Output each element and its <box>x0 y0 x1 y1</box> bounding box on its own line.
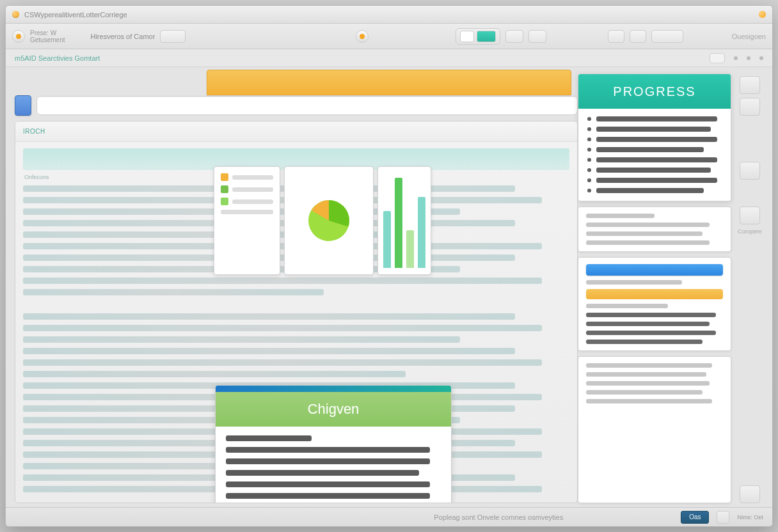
status-bar: Popleag sont Onvele comnes osmveyties Oa… <box>6 507 772 526</box>
legend-card[interactable] <box>214 166 280 275</box>
text-line <box>586 322 710 326</box>
rail-button[interactable] <box>740 76 760 94</box>
subheader-dot-icon <box>759 56 763 60</box>
dashboard-cards <box>214 166 431 275</box>
legend-label <box>221 210 273 214</box>
rail-button[interactable] <box>740 485 760 503</box>
subheader-chip[interactable] <box>710 53 725 63</box>
side-list-panel[interactable] <box>578 207 731 252</box>
chigven-accent-strip <box>216 386 451 392</box>
subheader-label: m5AID Searctivies Gomtart <box>15 54 100 62</box>
text-line <box>586 280 682 285</box>
toolbar-far-label: Ouesigoen <box>732 33 766 40</box>
rail-button[interactable] <box>740 98 760 116</box>
search-row <box>15 95 578 116</box>
toolbar-button[interactable] <box>651 30 683 43</box>
text-line <box>586 240 710 245</box>
text-line <box>586 231 703 236</box>
progress-item <box>596 127 711 132</box>
text-line <box>23 278 542 284</box>
progress-panel[interactable]: PROGRESS <box>578 74 731 201</box>
chigven-panel[interactable]: Chigven <box>215 385 452 503</box>
accent-tab[interactable] <box>207 70 571 95</box>
app-window: CSWyperealitiventLotterCorriege Prese: W… <box>5 5 773 527</box>
toolbar-info-line2: Getusement <box>30 36 65 43</box>
text-line <box>586 372 706 377</box>
bar <box>395 178 402 268</box>
progress-item <box>596 188 704 193</box>
toolbar-button[interactable] <box>630 30 646 43</box>
text-line <box>23 371 406 377</box>
progress-item <box>596 147 704 152</box>
toolbar: Prese: W Getusement Hiresveros of Camor … <box>6 24 772 49</box>
toolbar-button[interactable] <box>528 30 546 43</box>
text-line <box>226 435 312 441</box>
body: IROCH Onfecons <box>6 67 772 507</box>
chigven-body <box>216 426 451 503</box>
side-notes-panel[interactable] <box>578 356 731 503</box>
bar <box>383 211 391 268</box>
text-line <box>23 336 460 343</box>
footer-primary-button[interactable]: Oas <box>681 511 709 524</box>
category-tag-icon[interactable] <box>15 95 31 116</box>
pie-chart-card[interactable] <box>284 166 374 275</box>
progress-title: PROGRESS <box>578 74 731 109</box>
bar-chart-card[interactable] <box>377 166 431 275</box>
text-line <box>586 399 712 403</box>
legend-swatch-icon <box>221 173 228 181</box>
text-line <box>586 223 710 227</box>
progress-item <box>596 137 717 142</box>
text-line <box>586 214 655 218</box>
toolbar-chip[interactable] <box>160 30 186 43</box>
legend-item <box>221 185 273 193</box>
legend-label <box>232 199 273 204</box>
progress-body <box>578 109 731 201</box>
search-input[interactable] <box>36 96 578 115</box>
view-button-1[interactable] <box>460 31 474 42</box>
text-line <box>586 390 703 395</box>
toolbar-section-label: Hiresveros of Camor <box>90 33 155 40</box>
toolbar-view-cluster <box>456 28 500 45</box>
legend-item <box>221 198 273 205</box>
progress-item <box>596 157 717 162</box>
content-body: Onfecons <box>15 142 577 503</box>
footer-icon-button[interactable] <box>717 511 729 524</box>
main-column: IROCH Onfecons <box>15 74 578 503</box>
text-line <box>226 458 430 464</box>
text-line <box>226 481 430 487</box>
footer-hint: Nime: Oet <box>737 514 763 520</box>
text-line <box>226 447 430 453</box>
toolbar-button[interactable] <box>505 30 523 43</box>
text-line <box>23 313 515 320</box>
highlight-bar-amber[interactable] <box>586 289 723 299</box>
rail-button[interactable] <box>740 207 760 224</box>
notification-dot-icon[interactable] <box>759 11 766 18</box>
titlebar: CSWyperealitiventLotterCorriege <box>6 6 772 24</box>
toolbar-info: Prese: W Getusement <box>30 29 65 43</box>
text-line <box>586 340 703 344</box>
progress-item <box>596 178 717 183</box>
status-text: Popleag sont Onvele comnes osmveyties <box>434 513 563 521</box>
bar <box>406 230 414 268</box>
content-header-label: IROCH <box>23 128 45 135</box>
text-line <box>586 313 716 317</box>
rail-label: Coropere <box>738 228 762 235</box>
bar <box>418 197 425 268</box>
side-highlight-panel[interactable] <box>578 257 731 351</box>
text-line <box>226 470 419 476</box>
view-button-active[interactable] <box>477 31 496 42</box>
window-title: CSWyperealitiventLotterCorriege <box>24 11 759 19</box>
rail-button[interactable] <box>740 162 760 180</box>
legend-item <box>221 210 273 214</box>
window-control-icon[interactable] <box>12 11 19 18</box>
toolbar-button[interactable] <box>608 30 624 43</box>
side-panels: PROGRESS <box>578 74 731 503</box>
highlight-bar-blue[interactable] <box>586 264 723 276</box>
toolbar-status-icon[interactable] <box>12 30 25 43</box>
side-column: PROGRESS <box>578 74 763 503</box>
subheader: m5AID Searctivies Gomtart <box>6 49 772 67</box>
text-line <box>586 304 668 308</box>
text-line <box>226 493 430 499</box>
toolbar-info-line1: Prese: W <box>30 29 65 36</box>
text-line <box>586 363 712 368</box>
